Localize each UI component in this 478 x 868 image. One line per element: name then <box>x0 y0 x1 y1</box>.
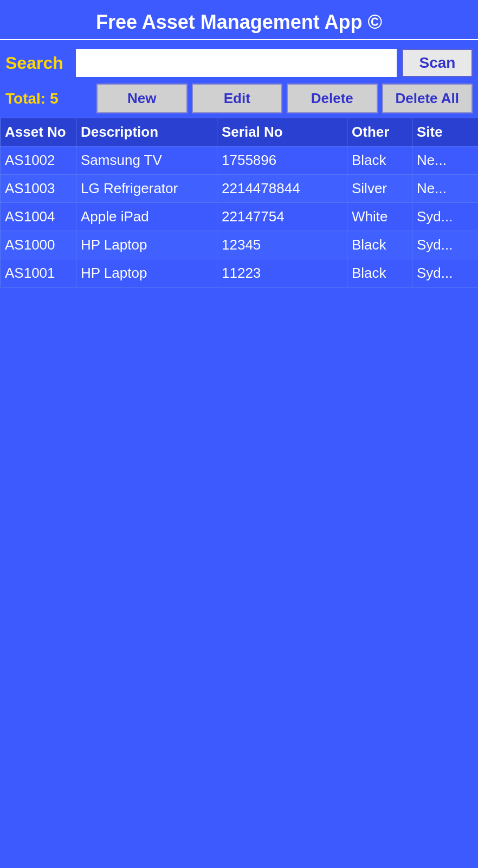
cell-serial_no: 1755896 <box>217 146 347 175</box>
app-container: Free Asset Management App © Search Scan … <box>0 0 478 868</box>
cell-site: Syd... <box>412 231 479 259</box>
cell-description: Apple iPad <box>76 203 217 231</box>
cell-asset_no: AS1004 <box>1 203 76 231</box>
app-header: Free Asset Management App © <box>0 0 478 40</box>
cell-other: White <box>347 203 412 231</box>
cell-serial_no: 22147754 <box>217 203 347 231</box>
table-row[interactable]: AS1002Samsung TV1755896BlackNe... <box>1 146 479 175</box>
cell-description: HP Laptop <box>76 259 217 288</box>
cell-serial_no: 11223 <box>217 259 347 288</box>
cell-other: Black <box>347 146 412 175</box>
col-header-site: Site <box>412 118 479 146</box>
asset-table: Asset No Description Serial No Other Sit… <box>0 118 478 288</box>
table-row[interactable]: AS1004Apple iPad22147754WhiteSyd... <box>1 203 479 231</box>
col-header-description: Description <box>76 118 217 146</box>
search-label: Search <box>5 53 70 73</box>
cell-asset_no: AS1002 <box>1 146 76 175</box>
cell-other: Silver <box>347 175 412 203</box>
table-row[interactable]: AS1000HP Laptop12345BlackSyd... <box>1 231 479 259</box>
cell-asset_no: AS1003 <box>1 175 76 203</box>
cell-description: Samsung TV <box>76 146 217 175</box>
cell-site: Ne... <box>412 175 479 203</box>
table-row[interactable]: AS1001HP Laptop11223BlackSyd... <box>1 259 479 288</box>
delete-button[interactable]: Delete <box>287 84 378 113</box>
cell-site: Ne... <box>412 146 479 175</box>
total-label: Total: 5 <box>5 90 92 107</box>
cell-asset_no: AS1000 <box>1 231 76 259</box>
cell-asset_no: AS1001 <box>1 259 76 288</box>
search-input[interactable] <box>76 49 397 77</box>
cell-other: Black <box>347 231 412 259</box>
col-header-serial-no: Serial No <box>217 118 347 146</box>
table-row[interactable]: AS1003LG Refrigerator2214478844SilverNe.… <box>1 175 479 203</box>
new-button[interactable]: New <box>96 84 188 113</box>
search-bar: Search Scan <box>0 40 478 81</box>
app-title: Free Asset Management App © <box>96 11 382 33</box>
col-header-asset-no: Asset No <box>1 118 76 146</box>
asset-table-wrapper: Asset No Description Serial No Other Sit… <box>0 118 478 288</box>
edit-button[interactable]: Edit <box>192 84 283 113</box>
cell-other: Black <box>347 259 412 288</box>
table-header-row: Asset No Description Serial No Other Sit… <box>1 118 479 146</box>
cell-description: LG Refrigerator <box>76 175 217 203</box>
toolbar: Total: 5 New Edit Delete Delete All <box>0 81 478 118</box>
delete-all-button[interactable]: Delete All <box>382 84 473 113</box>
cell-site: Syd... <box>412 203 479 231</box>
col-header-other: Other <box>347 118 412 146</box>
scan-button[interactable]: Scan <box>402 49 473 77</box>
cell-description: HP Laptop <box>76 231 217 259</box>
cell-serial_no: 12345 <box>217 231 347 259</box>
cell-site: Syd... <box>412 259 479 288</box>
cell-serial_no: 2214478844 <box>217 175 347 203</box>
